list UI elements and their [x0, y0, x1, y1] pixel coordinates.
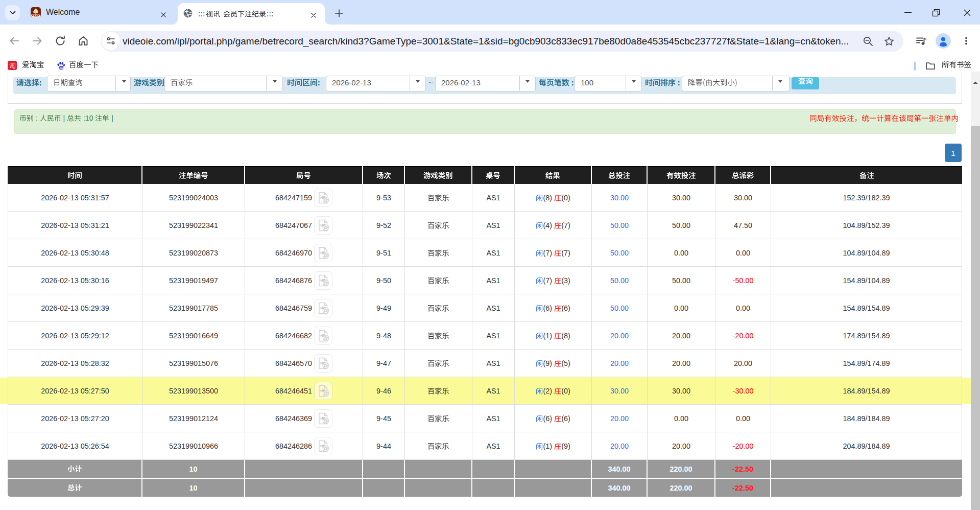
svg-text:du: du: [59, 66, 63, 69]
